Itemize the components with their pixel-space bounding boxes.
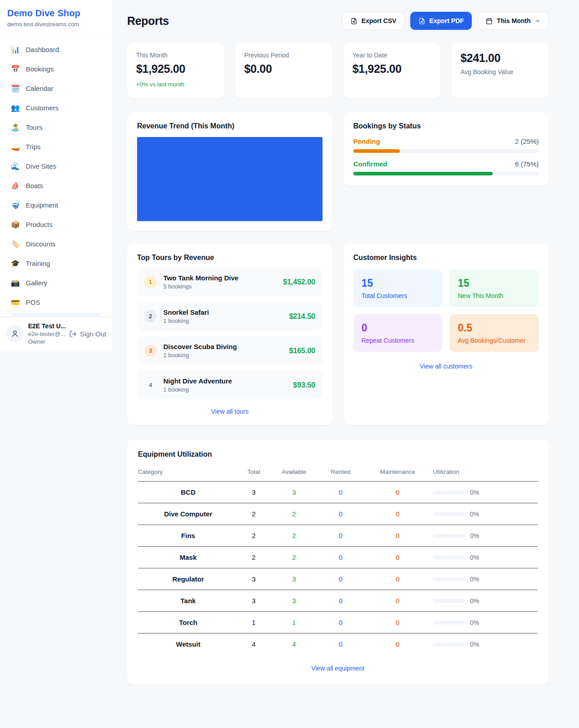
cell-maintenance: 0 [362, 503, 433, 525]
tours-icon: 🏝️ [11, 123, 20, 132]
sign-out-label: Sign Out [80, 330, 106, 338]
insight-value: 0.5 [458, 322, 531, 334]
cell-total: 3 [238, 568, 269, 590]
dive-sites-icon: 🌊 [11, 162, 20, 170]
cell-rented: 0 [319, 568, 362, 590]
cell-utilization: 0% [470, 619, 479, 626]
file-download-icon [418, 18, 425, 24]
cell-rented: 0 [319, 590, 362, 612]
sidebar-item-label: Discounts [26, 240, 56, 248]
sidebar-item-bookings[interactable]: 📅 Bookings [5, 59, 107, 79]
tour-name: Two Tank Morning Dive [163, 274, 238, 282]
period-label: This Month [497, 17, 531, 24]
equipment-icon: 🤿 [11, 201, 20, 209]
insight-tile-repeat-customers: 0 Repeat Customers [353, 314, 442, 352]
sidebar-item-customers[interactable]: 👥 Customers [5, 98, 107, 118]
tour-amount: $93.50 [293, 381, 315, 389]
user-email: e2e-tester@... [28, 331, 65, 337]
top-tours-title: Top Tours by Revenue [137, 254, 323, 262]
view-all-equipment-link[interactable]: View all equipment [138, 665, 538, 672]
cell-available: 2 [269, 525, 319, 547]
cell-rented: 0 [319, 482, 362, 503]
sidebar-item-label: Trips [26, 143, 41, 151]
stat-label: Year to Date [352, 52, 432, 59]
stat-value: $1,925.00 [136, 62, 215, 76]
status-label-confirmed: Confirmed [353, 160, 387, 168]
stat-change: +0% vs last month [136, 81, 215, 88]
cell-total: 2 [238, 525, 269, 547]
customers-icon: 👥 [11, 104, 20, 112]
sidebar-item-label: Equipment [26, 201, 58, 209]
sidebar-item-discounts[interactable]: 🏷️ Discounts [5, 234, 107, 254]
cell-maintenance: 0 [362, 568, 433, 590]
export-pdf-button[interactable]: Export PDF [410, 12, 472, 30]
column-header-rented: Rented [319, 466, 362, 482]
sidebar-item-tours[interactable]: 🏝️ Tours [5, 118, 107, 137]
stat-value: $0.00 [244, 62, 323, 76]
insight-tile-total-customers: 15 Total Customers [353, 269, 442, 307]
cell-total: 2 [238, 503, 269, 525]
sidebar-item-products[interactable]: 📦 Products [5, 215, 107, 234]
sidebar-item-dive-sites[interactable]: 🌊 Dive Sites [5, 156, 107, 176]
sidebar-item-reports-active-partial[interactable] [11, 313, 102, 317]
header-actions: Export CSV Export PDF [342, 12, 549, 30]
user-name: E2E Test U... [28, 322, 65, 330]
cell-category: Dive Computer [138, 503, 238, 525]
sidebar-item-gallery[interactable]: 📸 Gallery [5, 273, 107, 293]
sidebar-item-label: Customers [26, 104, 59, 112]
discounts-icon: 🏷️ [11, 240, 20, 248]
products-icon: 📦 [11, 220, 20, 229]
main-content: Reports Export CSV E [113, 0, 579, 685]
cell-utilization: 0% [470, 554, 479, 561]
view-all-tours-link[interactable]: View all tours [137, 408, 323, 415]
cell-category: Torch [138, 612, 238, 633]
sidebar-item-pos[interactable]: 💳 POS [5, 293, 107, 312]
revenue-trend-title: Revenue Trend (This Month) [137, 122, 323, 130]
cell-rented: 0 [319, 612, 362, 633]
cell-total: 3 [238, 482, 269, 503]
insight-value: 15 [458, 277, 531, 289]
bookings-by-status-card: Bookings by Status Pending 2 (25%) Confi… [343, 112, 549, 185]
boats-icon: ⛵ [11, 181, 20, 190]
chevron-down-icon [535, 18, 541, 24]
table-header-row: Category Total Available Rented Maintena… [138, 466, 538, 482]
sidebar-item-training[interactable]: 🎓 Training [5, 254, 107, 273]
sidebar-item-label: Bookings [26, 65, 54, 73]
column-header-total: Total [238, 466, 269, 482]
utilization-bar [433, 599, 465, 603]
utilization-bar [433, 512, 465, 516]
view-all-customers-link[interactable]: View all customers [353, 363, 539, 370]
user-meta: E2E Test U... e2e-tester@... Owner [28, 322, 65, 345]
insight-label: Total Customers [361, 292, 434, 299]
tour-name: Discover Scuba Diving [163, 343, 237, 350]
cell-category: Fins [138, 525, 238, 547]
sidebar-item-dashboard[interactable]: 📊 Dashboard [5, 40, 107, 59]
top-tours-card: Top Tours by Revenue 1 Two Tank Morning … [127, 244, 332, 425]
stat-card-previous-period: Previous Period $0.00 [235, 43, 332, 99]
sidebar-item-boats[interactable]: ⛵ Boats [5, 176, 107, 195]
tour-row: 4 Night Dive Adventure 1 booking $93.50 [137, 371, 323, 399]
stat-value: $241.00 [460, 52, 540, 65]
status-count-confirmed: 6 (75%) [515, 160, 539, 168]
status-label-pending: Pending [353, 137, 380, 145]
stat-label: Avg Booking Value [460, 68, 540, 76]
calendar-icon: 🗓️ [11, 84, 20, 93]
page-title: Reports [127, 14, 169, 28]
sidebar-nav: 📊 Dashboard 📅 Bookings 🗓️ Calendar 👥 Cus… [0, 34, 113, 317]
gallery-icon: 📸 [11, 279, 20, 287]
status-bar-track [353, 149, 539, 153]
sidebar-item-label: POS [26, 298, 40, 306]
sidebar-item-equipment[interactable]: 🤿 Equipment [5, 195, 107, 215]
sidebar-item-calendar[interactable]: 🗓️ Calendar [5, 79, 107, 98]
dashboard-icon: 📊 [11, 45, 20, 54]
equipment-utilization-title: Equipment Utilization [138, 450, 538, 459]
column-header-maintenance: Maintenance [362, 466, 433, 482]
column-header-category: Category [138, 466, 238, 482]
period-dropdown[interactable]: This Month [478, 12, 549, 30]
export-csv-button[interactable]: Export CSV [342, 12, 404, 30]
rank-badge: 3 [144, 345, 157, 357]
sidebar-item-label: Products [26, 221, 52, 228]
stat-card-avg-booking-value: $241.00 Avg Booking Value [451, 43, 549, 99]
sign-out-button[interactable]: Sign Out [69, 330, 106, 338]
sidebar-item-trips[interactable]: 🚤 Trips [5, 137, 107, 156]
